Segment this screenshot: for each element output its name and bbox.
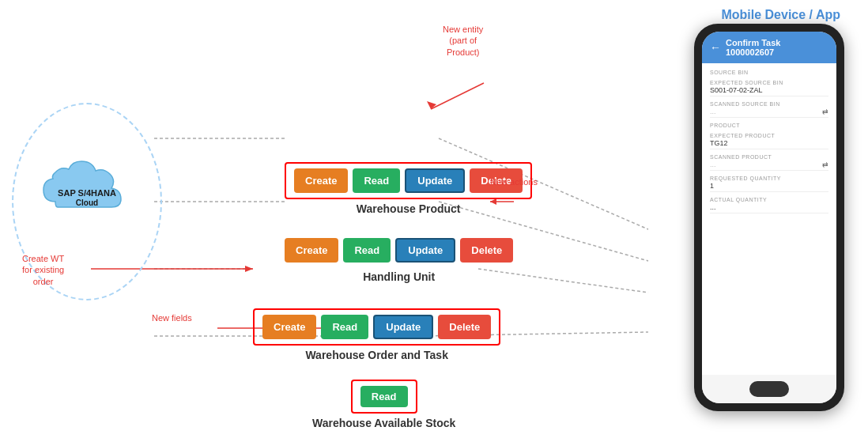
scanned-source-bin-input[interactable]: ... ⇄ [710,108,828,118]
expected-product-label: EXPECTED PRODUCT [710,133,828,138]
source-bin-section: SOURCE BIN [710,70,828,75]
handling-unit-read-btn[interactable]: Read [343,238,391,263]
scanned-product-group: SCANNED PRODUCT ... ⇄ [710,154,828,171]
warehouse-order-buttons: Create Read Update Delete [253,308,500,346]
handling-unit-row: Create Read Update Delete Handling Unit [285,233,513,283]
svg-marker-13 [245,266,253,272]
svg-text:Cloud: Cloud [76,198,98,207]
warehouse-stock-buttons: Read [351,380,417,414]
warehouse-product-row: Create Read Update Delete Warehouse Prod… [285,162,532,215]
mobile-device-title: Mobile Device / App [721,8,840,22]
create-wt-annotation: Create WTfor existingorder [22,253,64,287]
requested-qty-group: REQUESTED QUANTITY 1 [710,176,828,192]
warehouse-order-row: Create Read Update Delete Warehouse Orde… [253,308,500,361]
scan-icon: ⇄ [822,108,828,115]
cloud-icon: SAP S/4HANA Cloud [36,150,138,213]
expected-source-bin-value: S001-07-02-ZAL [710,86,828,96]
handling-unit-delete-btn[interactable]: Delete [460,238,513,263]
expected-source-bin-group: EXPECTED SOURCE BIN S001-07-02-ZAL [710,80,828,96]
back-arrow-icon[interactable]: ← [710,41,721,54]
svg-marker-9 [427,101,436,109]
warehouse-order-delete-btn[interactable]: Delete [438,315,491,339]
warehouse-product-create-btn[interactable]: Create [294,168,348,193]
home-button[interactable] [749,381,789,397]
product-section: PRODUCT [710,123,828,128]
expected-source-bin-label: EXPECTED SOURCE BIN [710,80,828,85]
scanned-source-bin-val: ... [710,108,716,115]
warehouse-stock-read-btn[interactable]: Read [360,386,408,407]
expected-product-value: TG12 [710,139,828,149]
warehouse-stock-label: Warehouse Available Stock [312,417,455,429]
warehouse-order-create-btn[interactable]: Create [262,315,316,339]
mobile-screen: ← Confirm Task 1000002607 SOURCE BIN EXP… [702,32,836,403]
actual-qty-group: ACTUAL QUANTITY ... [710,197,828,213]
mobile-header: ← Confirm Task 1000002607 [702,32,836,63]
scanned-source-bin-group: SCANNED SOURCE BIN ... ⇄ [710,101,828,118]
warehouse-order-label: Warehouse Order and Task [305,349,448,361]
scanned-product-input[interactable]: ... ⇄ [710,161,828,171]
handling-unit-create-btn[interactable]: Create [285,238,338,263]
warehouse-product-label: Warehouse Product [357,202,461,215]
source-bin-label: SOURCE BIN [710,70,828,75]
requested-qty-value: 1 [710,182,828,192]
requested-qty-label: REQUESTED QUANTITY [710,176,828,181]
warehouse-stock-row: Read Warehouse Available Stock [312,380,455,429]
mobile-header-title: Confirm Task 1000002607 [726,38,828,57]
warehouse-product-read-btn[interactable]: Read [353,168,400,193]
svg-text:SAP S/4HANA: SAP S/4HANA [58,188,116,198]
actual-qty-label: ACTUAL QUANTITY [710,197,828,202]
new-fields-annotation: New fields [152,312,192,323]
svg-line-8 [431,83,484,109]
scan-product-icon: ⇄ [822,161,828,168]
scanned-source-bin-label: SCANNED SOURCE BIN [710,101,828,107]
expected-product-group: EXPECTED PRODUCT TG12 [710,133,828,149]
mobile-bottom-bar [702,375,836,403]
new-entity-annotation: New entity(part ofProduct) [443,24,483,58]
handling-unit-buttons: Create Read Update Delete [285,233,513,267]
handling-unit-label: Handling Unit [363,270,435,283]
actual-qty-value: ... [710,203,828,213]
warehouse-product-update-btn[interactable]: Update [405,168,465,193]
new-actions-annotation: New actions [490,176,538,187]
product-section-label: PRODUCT [710,123,828,128]
mobile-content: SOURCE BIN EXPECTED SOURCE BIN S001-07-0… [702,63,836,375]
scanned-product-val: ... [710,161,716,168]
mobile-device: ← Confirm Task 1000002607 SOURCE BIN EXP… [694,24,844,411]
warehouse-order-read-btn[interactable]: Read [321,315,368,339]
scanned-product-label: SCANNED PRODUCT [710,154,828,160]
handling-unit-update-btn[interactable]: Update [395,238,455,263]
warehouse-order-update-btn[interactable]: Update [373,315,433,339]
